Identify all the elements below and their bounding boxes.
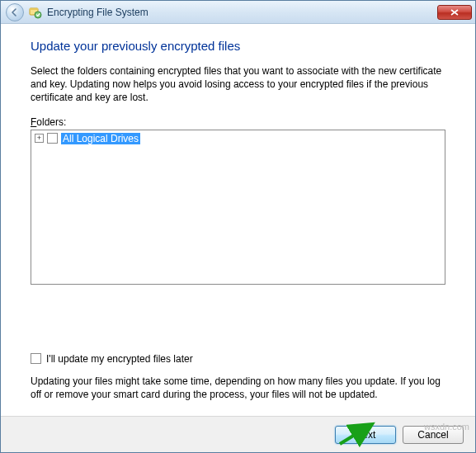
next-button[interactable]: Next	[335, 426, 396, 444]
dialog-footer: Next Cancel	[1, 416, 475, 452]
tree-item-root[interactable]: + All Logical Drives	[35, 132, 441, 145]
svg-rect-1	[30, 8, 38, 10]
back-arrow-icon	[10, 7, 20, 17]
expand-icon[interactable]: +	[35, 134, 44, 143]
page-description: Select the folders containing encrypted …	[31, 64, 445, 105]
window-title: Encrypting File System	[47, 7, 437, 18]
content-area: Update your previously encrypted files S…	[1, 24, 475, 416]
page-heading: Update your previously encrypted files	[31, 39, 445, 53]
update-later-label: I'll update my encrypted files later	[46, 353, 193, 365]
folders-label: Folders:	[31, 116, 445, 128]
close-icon	[450, 9, 459, 16]
close-button[interactable]	[437, 5, 472, 20]
dialog-window: Encrypting File System Update your previ…	[0, 0, 476, 453]
update-later-row: I'll update my encrypted files later	[31, 353, 445, 365]
update-note: Updating your files might take some time…	[31, 375, 445, 401]
tree-checkbox[interactable]	[47, 133, 58, 144]
tree-item-label: All Logical Drives	[61, 133, 140, 144]
update-later-checkbox[interactable]	[31, 353, 41, 364]
svg-point-2	[35, 12, 41, 18]
folders-tree[interactable]: + All Logical Drives	[31, 130, 445, 285]
back-button[interactable]	[6, 3, 24, 21]
watermark: wsxdn.com	[424, 422, 469, 432]
titlebar: Encrypting File System	[1, 1, 475, 24]
efs-icon	[29, 6, 42, 19]
